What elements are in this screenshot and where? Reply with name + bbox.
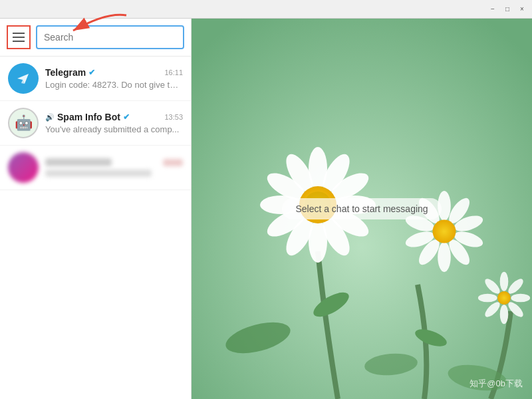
sidebar: Telegram ✔ 16:11 Login code: 48273. Do n…	[0, 19, 192, 399]
app-window: Telegram ✔ 16:11 Login code: 48273. Do n…	[0, 19, 532, 399]
background-image: Select a chat to start messaging 知乎@0b下载	[192, 19, 532, 399]
spam-bot-chat-time: 13:53	[164, 113, 183, 121]
spam-bot-chat-content: 🔊 Spam Info Bot ✔ 13:53 You've already s…	[45, 112, 183, 134]
blurred-chat-time	[163, 159, 183, 166]
chat-item-telegram[interactable]: Telegram ✔ 16:11 Login code: 48273. Do n…	[0, 57, 191, 101]
spam-bot-chat-preview: You've already submitted a comp...	[45, 124, 183, 134]
blurred-chat-preview	[45, 170, 152, 177]
search-input[interactable]	[36, 25, 184, 49]
telegram-chat-content: Telegram ✔ 16:11 Login code: 48273. Do n…	[45, 67, 183, 90]
svg-point-32	[500, 305, 509, 324]
svg-point-36	[497, 291, 511, 305]
maximize-button[interactable]: □	[503, 5, 512, 14]
blurred-chat-header	[45, 158, 183, 166]
blurred-chat-content	[45, 158, 183, 177]
minimize-button[interactable]: −	[488, 5, 497, 14]
search-bar	[0, 19, 191, 57]
hamburger-button[interactable]	[7, 25, 31, 49]
spam-bot-chat-header: 🔊 Spam Info Bot ✔ 13:53	[45, 112, 183, 122]
main-content: Select a chat to start messaging 知乎@0b下载	[192, 19, 532, 399]
svg-point-30	[511, 294, 530, 303]
svg-point-34	[478, 294, 497, 303]
blurred-chat-name	[45, 158, 112, 166]
spam-bot-avatar: 🤖	[8, 108, 39, 138]
telegram-avatar	[8, 63, 39, 94]
telegram-chat-time: 16:11	[164, 68, 183, 76]
watermark: 知乎@0b下载	[469, 378, 523, 390]
chat-list: Telegram ✔ 16:11 Login code: 48273. Do n…	[0, 57, 191, 399]
telegram-chat-preview: Login code: 48273. Do not give thi...	[45, 80, 183, 90]
svg-point-27	[433, 220, 456, 243]
svg-point-28	[500, 272, 509, 291]
select-chat-bubble: Select a chat to start messaging	[282, 198, 441, 219]
blurred-avatar	[8, 152, 39, 183]
spam-bot-chat-name: 🔊 Spam Info Bot ✔	[45, 112, 130, 122]
speaker-icon: 🔊	[45, 113, 55, 122]
close-button[interactable]: ×	[517, 5, 527, 14]
robot-icon: 🤖	[15, 114, 33, 132]
svg-point-22	[438, 242, 451, 272]
telegram-verified-icon: ✔	[88, 68, 95, 77]
chat-item-spam-bot[interactable]: 🤖 🔊 Spam Info Bot ✔ 13:53 You've already…	[0, 101, 191, 146]
telegram-chat-name: Telegram ✔	[45, 67, 95, 78]
telegram-chat-header: Telegram ✔ 16:11	[45, 67, 183, 78]
title-bar: − □ ×	[0, 0, 532, 19]
spam-bot-verified-icon: ✔	[123, 112, 130, 122]
chat-item-blurred[interactable]	[0, 146, 191, 190]
